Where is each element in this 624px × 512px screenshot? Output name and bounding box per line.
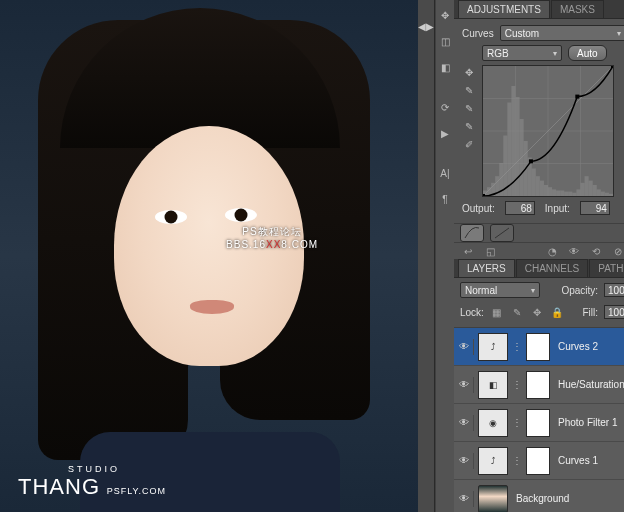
adjustment-type-label: Curves: [462, 28, 494, 39]
svg-rect-40: [529, 159, 533, 163]
navigator-icon[interactable]: ✥: [436, 6, 454, 24]
svg-rect-21: [544, 185, 548, 196]
svg-rect-34: [597, 189, 601, 196]
layer-row[interactable]: 👁◉⋮Photo Filter 1: [454, 404, 624, 442]
eyedropper-white-icon[interactable]: ✎: [462, 119, 476, 133]
reset-icon[interactable]: ⊘: [610, 243, 624, 259]
tab-masks[interactable]: MASKS: [551, 0, 604, 18]
layer-mask-thumbnail[interactable]: [526, 447, 550, 475]
svg-rect-30: [581, 183, 585, 196]
svg-rect-25: [560, 191, 564, 197]
link-icon: ⋮: [512, 341, 522, 352]
layers-panel: Normal▾ Opacity: 100%▸ Lock: ▦ ✎ ✥ 🔒 Fil…: [454, 278, 624, 512]
svg-rect-33: [593, 185, 597, 196]
lock-pixels-icon[interactable]: ✎: [510, 305, 524, 319]
adjustments-tabbar: ADJUSTMENTS MASKS ▾≡: [454, 0, 624, 19]
document-canvas[interactable]: PS教程论坛 BBS.16XX8.COM STUDIO THANG PSFLY.…: [0, 0, 418, 512]
panel-dock-left: ◀▶: [418, 0, 435, 512]
watermark-line2: BBS.16XX8.COM: [226, 239, 318, 250]
opacity-input[interactable]: 100%▸: [604, 283, 624, 297]
collapse-icon[interactable]: ◀▶: [418, 18, 434, 34]
layer-mask-thumbnail[interactable]: [526, 371, 550, 399]
tab-paths[interactable]: PATHS: [589, 259, 624, 277]
portrait-eye: [225, 208, 257, 222]
svg-rect-22: [548, 187, 552, 196]
svg-rect-42: [611, 66, 613, 68]
input-input[interactable]: [580, 201, 610, 215]
actions-icon[interactable]: ▶: [436, 124, 454, 142]
eyedropper-black-icon[interactable]: ✎: [462, 83, 476, 97]
link-icon: ⋮: [512, 455, 522, 466]
svg-rect-19: [536, 176, 540, 196]
swatches-icon[interactable]: ◫: [436, 32, 454, 50]
svg-rect-29: [576, 189, 580, 196]
blend-mode-select[interactable]: Normal▾: [460, 282, 540, 298]
tab-adjustments[interactable]: ADJUSTMENTS: [458, 0, 550, 18]
link-icon: ⋮: [512, 417, 522, 428]
panels-column: ADJUSTMENTS MASKS ▾≡ Curves Custom▾ ≡ RG…: [454, 0, 624, 512]
lock-transparency-icon[interactable]: ▦: [490, 305, 504, 319]
tab-channels[interactable]: CHANNELS: [516, 259, 588, 277]
visibility-toggle-icon[interactable]: 👁: [458, 491, 474, 507]
visibility-toggle-icon[interactable]: 👁: [458, 377, 474, 393]
layer-thumbnail[interactable]: [478, 485, 508, 513]
expand-icon[interactable]: ◱: [482, 243, 498, 259]
layer-row[interactable]: 👁⤴⋮Curves 2: [454, 328, 624, 366]
layer-mask-thumbnail[interactable]: [526, 409, 550, 437]
previous-icon[interactable]: ⟲: [588, 243, 604, 259]
layer-name[interactable]: Curves 1: [558, 455, 598, 466]
layer-list: 👁⤴⋮Curves 2👁◧⋮Hue/Saturation 1👁◉⋮Photo F…: [454, 327, 624, 512]
auto-button[interactable]: Auto: [568, 45, 607, 61]
layer-row[interactable]: 👁Background🔒: [454, 480, 624, 512]
svg-rect-39: [483, 194, 485, 196]
watermark-line1: PS教程论坛: [226, 225, 318, 239]
curve-mode-icon[interactable]: [460, 224, 484, 242]
visibility-toggle-icon[interactable]: 👁: [458, 339, 474, 355]
lock-position-icon[interactable]: ✥: [530, 305, 544, 319]
visibility-toggle-icon[interactable]: 👁: [458, 453, 474, 469]
adjustment-thumbnail[interactable]: ◉: [478, 409, 508, 437]
layers-tabbar: LAYERS CHANNELS PATHS ▾≡: [454, 259, 624, 278]
watermark: PS教程论坛 BBS.16XX8.COM: [226, 225, 318, 250]
adjustment-thumbnail[interactable]: ⤴: [478, 333, 508, 361]
curves-graph[interactable]: [482, 65, 614, 197]
channel-select[interactable]: RGB▾: [482, 45, 562, 61]
output-label: Output:: [462, 203, 495, 214]
svg-rect-13: [511, 86, 515, 196]
lock-all-icon[interactable]: 🔒: [550, 305, 564, 319]
history-icon[interactable]: ⟳: [436, 98, 454, 116]
visibility-icon[interactable]: 👁: [566, 243, 582, 259]
svg-rect-23: [552, 189, 556, 196]
clip-icon[interactable]: ◔: [544, 243, 560, 259]
preset-select[interactable]: Custom▾: [500, 25, 624, 41]
character-icon[interactable]: A|: [436, 164, 454, 182]
svg-rect-31: [585, 176, 589, 196]
svg-line-43: [495, 228, 509, 238]
target-adjust-icon[interactable]: ✥: [462, 65, 476, 79]
tab-layers[interactable]: LAYERS: [458, 259, 515, 277]
layer-name[interactable]: Background: [516, 493, 569, 504]
visibility-toggle-icon[interactable]: 👁: [458, 415, 474, 431]
layer-mask-thumbnail[interactable]: [526, 333, 550, 361]
paragraph-icon[interactable]: ¶: [436, 190, 454, 208]
adjustment-thumbnail[interactable]: ◧: [478, 371, 508, 399]
fill-input[interactable]: 100%▸: [604, 305, 624, 319]
color-icon[interactable]: ◧: [436, 58, 454, 76]
layer-row[interactable]: 👁◧⋮Hue/Saturation 1: [454, 366, 624, 404]
eyedropper-gray-icon[interactable]: ✎: [462, 101, 476, 115]
layer-name[interactable]: Curves 2: [558, 341, 598, 352]
linear-mode-icon[interactable]: [490, 224, 514, 242]
layer-name[interactable]: Photo Filter 1: [558, 417, 617, 428]
portrait-eye: [155, 210, 187, 224]
pencil-icon[interactable]: ✐: [462, 137, 476, 151]
studio-watermark: STUDIO THANG PSFLY.COM: [18, 464, 166, 500]
layer-name[interactable]: Hue/Saturation 1: [558, 379, 624, 390]
output-input[interactable]: [505, 201, 535, 215]
svg-rect-37: [609, 194, 613, 196]
layer-row[interactable]: 👁⤴⋮Curves 1: [454, 442, 624, 480]
svg-rect-27: [568, 192, 572, 196]
tools-dock: ✥ ◫ ◧ ⟳ ▶ A| ¶: [435, 0, 454, 512]
adjustment-thumbnail[interactable]: ⤴: [478, 447, 508, 475]
svg-rect-14: [516, 97, 520, 196]
return-arrow-icon[interactable]: ↩: [460, 243, 476, 259]
